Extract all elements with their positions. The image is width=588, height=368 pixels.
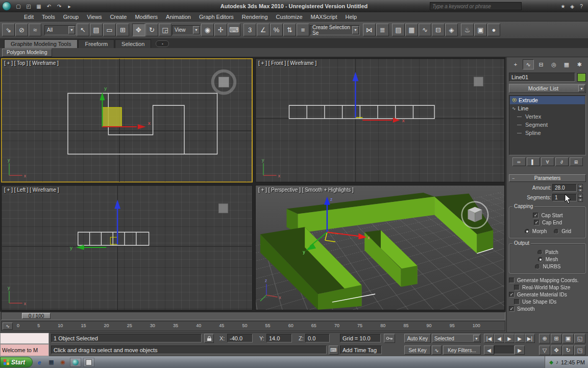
select-and-scale-button[interactable]: ◲	[159, 24, 172, 36]
rendered-frame-window-button[interactable]: ▣	[474, 24, 487, 36]
mesh-radio[interactable]	[538, 257, 543, 262]
pin-stack-button[interactable]: ∞	[512, 157, 526, 166]
segments-spinner[interactable]: ▲▼	[578, 194, 583, 201]
save-file-button[interactable]: ▦	[34, 2, 43, 10]
keyboard-override-button[interactable]: ⌨	[228, 24, 240, 36]
cap-start-checkbox[interactable]: ✓	[533, 213, 538, 218]
viewport-left[interactable]: y x y [ + ] [ Left ] [ Wireframe ]	[1, 185, 253, 310]
selection-lock-toggle[interactable]	[204, 334, 214, 343]
menu-item-tools[interactable]: Tools	[38, 13, 59, 20]
3ds-max-taskbar-app[interactable]	[70, 358, 81, 367]
generate-material-ids-checkbox[interactable]: ✓	[509, 292, 514, 297]
new-scene-button[interactable]: ▢	[14, 2, 23, 10]
menu-item-rendering[interactable]: Rendering	[238, 13, 272, 20]
selection-region-button[interactable]: ▭	[103, 24, 116, 36]
play-animation-button[interactable]: ▶	[504, 334, 514, 343]
infocenter-search-input[interactable]	[430, 2, 522, 10]
stack-item-line[interactable]: ∿ Line	[510, 104, 585, 112]
time-slider-handle[interactable]: 0 / 100	[22, 313, 51, 319]
angle-snap-button[interactable]: ∠	[257, 24, 270, 36]
zoom-extents-button[interactable]: ▣	[562, 334, 574, 343]
next-key-button[interactable]: ▶	[514, 346, 525, 355]
object-color-swatch[interactable]	[577, 73, 586, 82]
curve-editor-button[interactable]: ∿	[419, 24, 431, 36]
keyboard-shortcut-button[interactable]: ⌨	[329, 346, 338, 355]
x-coordinate-field[interactable]: -40.0	[227, 334, 253, 342]
tab-modify[interactable]: ∿	[523, 59, 534, 70]
y-coordinate-field[interactable]: 14.0	[266, 334, 292, 342]
orbit-button[interactable]: ↻	[562, 346, 574, 355]
viewcube[interactable]	[474, 77, 483, 86]
ribbon-collapse-button[interactable]: •	[156, 40, 169, 47]
menu-item-modifiers[interactable]: Modifiers	[131, 13, 161, 20]
security-tray-icon[interactable]: ◆	[549, 359, 553, 365]
extruded-wireframe[interactable]	[78, 232, 149, 245]
select-and-link-button[interactable]: ⇘	[2, 24, 15, 36]
viewport-perspective-label[interactable]: [ + ] [ Perspective ] [ Smooth + Highlig…	[258, 187, 354, 193]
select-and-move-button[interactable]: ✥	[132, 24, 145, 36]
use-pivot-center-button[interactable]: ◉	[201, 24, 214, 36]
undo-button[interactable]: ↶	[44, 2, 54, 10]
edit-named-selection-sets-button[interactable]: ≡	[297, 24, 309, 36]
select-by-name-button[interactable]: ▤	[90, 24, 103, 36]
volume-tray-icon[interactable]: ♪	[556, 359, 558, 365]
select-object-button[interactable]: ↖	[77, 24, 89, 36]
tab-freeform[interactable]: Freeform	[78, 39, 114, 48]
menu-item-help[interactable]: Help	[342, 13, 361, 20]
z-coordinate-field[interactable]: 0.0	[305, 334, 330, 342]
segments-field[interactable]: 1	[552, 194, 577, 201]
percent-snap-button[interactable]: %	[270, 24, 283, 36]
viewcube[interactable]	[213, 71, 235, 94]
select-and-rotate-button[interactable]: ↻	[145, 24, 158, 36]
parameters-rollout-header[interactable]: − Parameters	[509, 174, 586, 182]
gizmo-plane-handle[interactable]	[355, 111, 362, 118]
key-mode-dropdown[interactable]: Selected ▼	[432, 334, 481, 343]
viewport-top-label[interactable]: [ + ] [ Top ] [ Wireframe ]	[4, 60, 59, 66]
spline-wireframe[interactable]	[68, 93, 217, 154]
use-shape-ids-checkbox[interactable]	[514, 299, 520, 305]
move-gizmo[interactable]: x y	[100, 85, 150, 129]
tab-display[interactable]: ▦	[561, 59, 572, 70]
next-frame-button[interactable]: ▶	[514, 334, 525, 343]
morph-radio[interactable]	[525, 229, 530, 234]
remove-modifier-button[interactable]: ∂	[555, 157, 569, 166]
communication-center-button[interactable]: ◈	[568, 2, 577, 10]
spinner-snap-button[interactable]: ⇅	[283, 24, 296, 36]
tab-graphite-modeling-tools[interactable]: Graphite Modeling Tools	[4, 39, 78, 48]
add-time-tag-field[interactable]: Add Time Tag	[340, 346, 382, 354]
select-and-manipulate-button[interactable]: ✢	[214, 24, 227, 36]
tab-motion[interactable]: ◎	[548, 59, 559, 70]
previous-key-button[interactable]: ◀	[484, 346, 494, 355]
nurbs-radio[interactable]	[535, 264, 540, 269]
tab-create[interactable]: +	[510, 59, 521, 70]
stack-item-segment[interactable]: Segment	[510, 121, 585, 129]
3ds-max-logo-icon[interactable]	[2, 2, 11, 11]
make-unique-button[interactable]: ∀	[541, 157, 554, 166]
menu-item-graph-editors[interactable]: Graph Editors	[195, 13, 237, 20]
zoom-extents-all-button[interactable]: ◱	[574, 334, 585, 343]
auto-key-button[interactable]: Auto Key	[404, 334, 431, 343]
spinner-down-icon[interactable]: ▼	[578, 198, 583, 202]
gizmo-xy-plane[interactable]	[102, 107, 121, 127]
tab-hierarchy[interactable]: ⊟	[535, 59, 547, 70]
menu-item-customize[interactable]: Customize	[273, 13, 306, 20]
modifier-list-dropdown[interactable]: Modifier List ▼	[509, 84, 586, 93]
help-button[interactable]: ?	[577, 2, 586, 10]
zoom-all-button[interactable]: ⊞	[551, 334, 562, 343]
menu-item-animation[interactable]: Animation	[162, 13, 194, 20]
key-filters-button[interactable]: Key Filters...	[443, 346, 481, 355]
generate-mapping-coords-checkbox[interactable]	[509, 278, 514, 283]
menu-item-group[interactable]: Group	[60, 13, 83, 20]
spinner-up-icon[interactable]: ▲	[578, 194, 583, 198]
open-mini-curve-editor-button[interactable]: ∿	[3, 323, 13, 330]
schematic-view-button[interactable]: ⊟	[432, 24, 445, 36]
project-folder-button[interactable]: ▸	[65, 2, 74, 10]
named-selection-set-dropdown[interactable]: Create Selection Se▼	[310, 25, 360, 35]
object-name-field[interactable]: Line01	[509, 73, 575, 82]
set-key-button[interactable]: Set Key	[404, 346, 431, 355]
key-mode-toggle[interactable]	[384, 334, 395, 343]
field-of-view-button[interactable]: ▽	[539, 346, 550, 355]
previous-frame-button[interactable]: ◀	[494, 334, 504, 343]
start-button[interactable]: Start	[0, 357, 33, 367]
patch-radio[interactable]	[537, 250, 543, 255]
